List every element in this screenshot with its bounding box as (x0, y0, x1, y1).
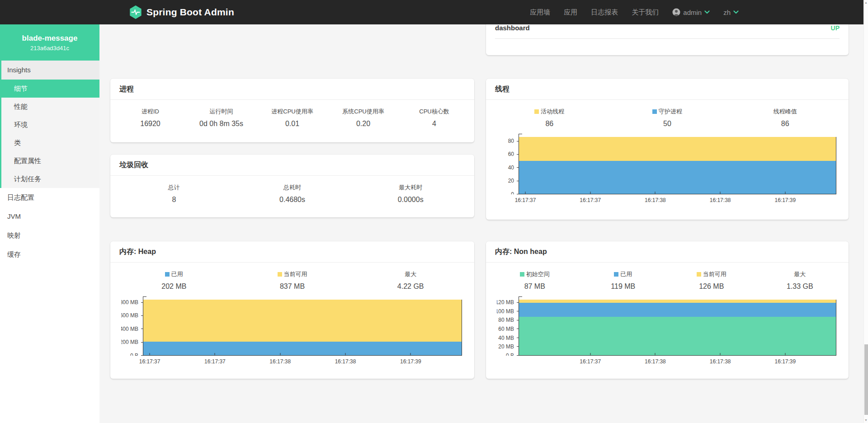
user-menu[interactable]: admin (672, 8, 710, 16)
sidebar-item-scheduled-tasks[interactable]: 计划任务 (1, 170, 99, 188)
chevron-down-icon (704, 10, 710, 14)
nonheap-stats: 初始空间87 MB已用119 MB当前可用126 MB最大1.33 GB (486, 263, 849, 292)
sidebar-item-mappings[interactable]: 映射 (0, 226, 99, 245)
nav-item-applications[interactable]: 应用 (564, 8, 577, 17)
y-axis-label: 200 MB (121, 339, 138, 345)
scrollbar-thumb[interactable] (864, 344, 868, 415)
stat-label-text: 最大 (405, 271, 416, 277)
x-axis-label: 16:17:38 (269, 358, 291, 365)
x-axis-label: 16:17:38 (335, 358, 356, 365)
user-icon (672, 8, 680, 16)
nav-item-about[interactable]: 关于我们 (632, 8, 659, 17)
stat-label: 守护进程 (609, 108, 726, 116)
y-axis-label: 60 (508, 151, 514, 157)
chart-plot-area: 16:17:3716:17:3816:17:3816:17:39 (519, 300, 836, 356)
sidebar-item-details[interactable]: 细节 (1, 80, 99, 98)
y-axis-tick (517, 338, 519, 338)
stat-column: 系统CPU使用率0.20 (328, 108, 399, 128)
sidebar-item-environment[interactable]: 环境 (1, 116, 99, 134)
top-navbar: Spring Boot Admin 应用墙 应用 日志报表 关于我们 admin… (0, 0, 868, 24)
stat-value: 8 (115, 196, 233, 204)
y-axis-tick (517, 154, 519, 155)
y-axis-label: 120 MB (497, 300, 514, 306)
sidebar-item-config-properties[interactable]: 配置属性 (1, 152, 99, 170)
chart-area-band (519, 161, 836, 194)
sidebar-section-insights[interactable]: Insights (1, 61, 99, 80)
stat-label-text: 初始空间 (526, 271, 550, 277)
stat-label: 最大 (351, 270, 470, 278)
y-axis-tick (141, 329, 143, 329)
y-axis-label: 20 (508, 178, 514, 184)
x-axis-tick (410, 353, 411, 355)
stat-value: 202 MB (115, 282, 233, 291)
heap-stats: 已用202 MB当前可用837 MB最大4.22 GB (110, 263, 474, 292)
card-title: 进程 (110, 79, 474, 100)
sidebar-item-jvm[interactable]: JVM (0, 207, 99, 226)
language-menu[interactable]: zh (723, 9, 739, 16)
stat-column: 总计8 (115, 183, 233, 204)
stat-label: 线程峰值 (726, 108, 844, 116)
stat-value: 87 MB (491, 282, 579, 291)
threads-stats: 活动线程86守护进程50线程峰值86 (486, 100, 849, 130)
y-axis-label: 40 MB (498, 335, 514, 341)
y-axis-tick (517, 181, 519, 181)
stat-label: 进程ID (115, 108, 186, 116)
nav-item-journal[interactable]: 日志报表 (591, 8, 618, 17)
chart-area-band (519, 317, 836, 355)
x-axis-tick (655, 192, 656, 194)
x-axis-tick (655, 353, 656, 355)
stat-value: 4.22 GB (351, 282, 470, 291)
stat-label-text: 进程ID (142, 108, 159, 115)
sidebar-item-classes[interactable]: 类 (1, 134, 99, 152)
legend-square-icon (520, 272, 524, 277)
legend-square-icon (534, 109, 539, 114)
stat-value: 86 (491, 120, 609, 128)
x-axis-tick (345, 353, 346, 355)
stat-label-text: 当前可用 (703, 271, 726, 277)
stat-label-text: CPU核心数 (419, 108, 449, 115)
instance-status-card: dashboard UP (486, 24, 849, 55)
page-scrollbar[interactable]: ▲ ▼ (863, 0, 868, 423)
stat-value: 1.33 GB (756, 282, 844, 291)
x-axis-label: 16:17:38 (645, 197, 666, 203)
sidebar-item-caches[interactable]: 缓存 (0, 245, 99, 264)
application-name: blade-message (22, 34, 78, 43)
sidebar-item-loggers[interactable]: 日志配置 (0, 188, 99, 207)
stat-value: 119 MB (579, 282, 668, 291)
stat-label-text: 运行时间 (210, 108, 233, 115)
x-axis-tick (280, 353, 280, 355)
x-axis-tick (590, 192, 590, 194)
scrollbar-down-arrow-icon[interactable]: ▼ (864, 418, 868, 423)
stat-label: 总耗时 (233, 183, 352, 192)
brand-title: Spring Boot Admin (146, 7, 234, 18)
x-axis-tick (590, 353, 590, 355)
stat-value: 0d 0h 8m 35s (186, 120, 257, 128)
nav-item-wallboard[interactable]: 应用墙 (530, 8, 550, 17)
brand[interactable]: Spring Boot Admin (129, 5, 234, 19)
y-axis-label: 80 MB (498, 317, 514, 323)
threads-chart: 02040608016:17:3716:17:3716:17:3816:17:3… (497, 137, 838, 205)
stat-label: 初始空间 (491, 270, 579, 278)
x-axis-tick (525, 192, 526, 194)
y-axis-tick (517, 311, 519, 311)
y-axis-label: 40 (508, 164, 514, 171)
x-axis-tick (785, 353, 785, 355)
stat-column: 进程CPU使用率0.01 (257, 108, 328, 128)
threads-card: 线程 活动线程86守护进程50线程峰值86 02040608016:17:371… (486, 79, 849, 220)
y-axis-tick (141, 355, 143, 356)
status-badge: UP (831, 24, 840, 32)
process-stats: 进程ID16920运行时间0d 0h 8m 35s进程CPU使用率0.01系统C… (110, 100, 474, 130)
y-axis-tick (517, 141, 519, 141)
stat-column: 最大4.22 GB (351, 270, 470, 291)
stat-label: 已用 (579, 270, 668, 278)
stat-value: 0.01 (257, 120, 328, 128)
y-axis-label: 80 (508, 138, 514, 144)
memory-nonheap-card: 内存: Non heap 初始空间87 MB已用119 MB当前可用126 MB… (486, 241, 849, 379)
chart-plot-area: 16:17:3716:17:3716:17:3816:17:3816:17:39 (519, 137, 836, 194)
stat-value: 837 MB (233, 282, 352, 291)
y-axis-label: 400 MB (121, 326, 138, 332)
instance-id: 213a6ad3d41c (30, 45, 69, 52)
sidebar-item-metrics[interactable]: 性能 (1, 98, 99, 116)
scrollbar-up-arrow-icon[interactable]: ▲ (864, 0, 868, 5)
card-title: 内存: Heap (110, 241, 474, 263)
